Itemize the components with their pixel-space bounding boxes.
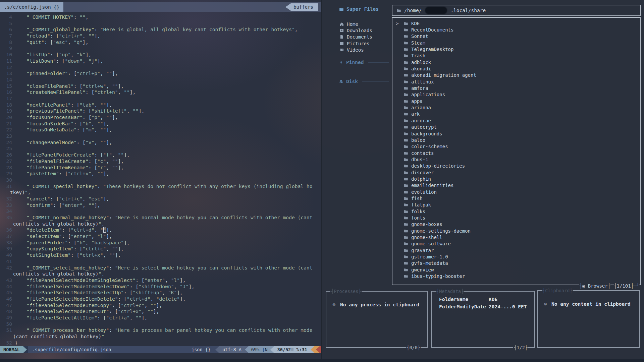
file-row[interactable]: flatpak bbox=[392, 202, 640, 208]
code-text: "focusOnMetaData": ["m", ""], bbox=[15, 127, 112, 133]
code-text: "changePanelMode": ["v", ""], bbox=[15, 139, 112, 146]
folder-icon bbox=[404, 86, 408, 90]
app-title: Super Files bbox=[339, 6, 379, 12]
file-row[interactable]: TelegramDesktop bbox=[392, 46, 640, 52]
file-row[interactable]: gvfs-metadata bbox=[392, 260, 640, 266]
file-row[interactable]: applications bbox=[392, 92, 640, 98]
line-number: 40 bbox=[0, 252, 12, 258]
powerline-separator bbox=[215, 346, 219, 353]
file-row[interactable]: autocrypt bbox=[392, 124, 640, 130]
folder-icon bbox=[404, 112, 408, 116]
powerline-separator bbox=[311, 346, 314, 353]
file-row[interactable]: arianna bbox=[392, 104, 640, 111]
file-row[interactable]: gnome-shell bbox=[392, 234, 640, 240]
file-row[interactable]: color-schemes bbox=[392, 143, 640, 150]
tab-config-json[interactable]: .s/c/config.json {} bbox=[0, 2, 63, 12]
file-row[interactable]: desktop-directories bbox=[392, 163, 640, 169]
picture-icon bbox=[340, 42, 344, 46]
file-row[interactable]: Trash bbox=[392, 53, 640, 59]
code-text: conflicts with global hotkey)", bbox=[10, 271, 104, 277]
file-row[interactable]: altlinux bbox=[392, 78, 640, 85]
file-row[interactable]: gnome-software bbox=[392, 241, 640, 247]
file-row[interactable]: dbus-1 bbox=[392, 156, 640, 163]
file-row[interactable]: aurorae bbox=[392, 117, 640, 124]
code-line: 12 bbox=[0, 64, 321, 71]
file-row[interactable]: amfora bbox=[392, 85, 640, 91]
file-row[interactable]: baloo bbox=[392, 137, 640, 143]
file-row[interactable]: gnome-settings-daemon bbox=[392, 228, 640, 234]
line-number: 50 bbox=[0, 321, 12, 327]
powerline-separator bbox=[316, 346, 320, 353]
file-row[interactable]: RecentDocuments bbox=[392, 26, 640, 33]
line-number: 31 bbox=[0, 183, 12, 190]
sidebar-item-pictures[interactable]: Pictures bbox=[340, 40, 372, 47]
file-name: altlinux bbox=[411, 79, 434, 84]
file-row[interactable]: contacts bbox=[392, 150, 640, 156]
sidebar-item-downloads[interactable]: Downloads bbox=[340, 27, 372, 34]
file-row[interactable]: apps bbox=[392, 98, 640, 104]
folder-icon bbox=[404, 255, 408, 259]
file-row[interactable]: akonadi bbox=[392, 65, 640, 72]
file-row[interactable]: adblock bbox=[392, 59, 640, 65]
code-text: "filePanelSelectModeItemCopy": ["ctrl+c"… bbox=[15, 302, 162, 309]
file-row[interactable]: dolphin bbox=[392, 176, 640, 182]
sidebar-item-documents[interactable]: Documents bbox=[340, 34, 372, 40]
file-row[interactable]: evolution bbox=[392, 189, 640, 195]
file-row[interactable]: Steam bbox=[392, 40, 640, 46]
panel-count-badge: ┤1/101├─┘ bbox=[614, 283, 639, 289]
file-row[interactable]: discover bbox=[392, 169, 640, 176]
line-number: 48 bbox=[0, 308, 12, 315]
folder-icon bbox=[404, 80, 408, 84]
file-name: gwenview bbox=[411, 267, 434, 273]
file-row[interactable]: ark bbox=[392, 111, 640, 117]
section-divider bbox=[362, 81, 389, 82]
code-text: "nextFilePanel": ["tab", ""], bbox=[15, 102, 112, 108]
file-row[interactable]: gstreamer-1.0 bbox=[392, 253, 640, 260]
line-number: 28 bbox=[0, 165, 12, 171]
file-row[interactable]: fish bbox=[392, 195, 640, 201]
folder-icon bbox=[404, 268, 408, 272]
file-list[interactable]: KDE RecentDocuments Sonnet bbox=[392, 17, 641, 285]
file-row[interactable]: ibus-typing-booster bbox=[392, 273, 640, 279]
code-text: tkey)", bbox=[10, 189, 31, 196]
file-row[interactable]: Sonnet bbox=[392, 33, 640, 40]
file-row[interactable]: gnome-boxes bbox=[392, 221, 640, 228]
code-area[interactable]: 4 "_COMMIT_HOTKEY": "", 5 6 "_COMMIT_glo… bbox=[0, 14, 321, 346]
encoding-indicator: utf-8 ∆ bbox=[219, 346, 245, 353]
file-row[interactable]: gwenview bbox=[392, 266, 640, 273]
code-line: 30 bbox=[0, 177, 321, 183]
file-row[interactable]: KDE bbox=[392, 20, 640, 26]
line-number: 33 bbox=[0, 202, 12, 208]
file-row[interactable]: akonadi_migration_agent bbox=[392, 72, 640, 78]
file-row[interactable]: emailidentities bbox=[392, 182, 640, 189]
code-line: 38 "parentFolder": ["h", "backspace"], bbox=[0, 240, 321, 246]
file-name: arianna bbox=[411, 105, 431, 110]
file-row[interactable]: backgrounds bbox=[392, 130, 640, 137]
folder-icon bbox=[404, 164, 408, 168]
file-name: fonts bbox=[411, 215, 425, 221]
code-line: 51 "_COMMIT_process_bar_hotkey": "Here i… bbox=[0, 327, 321, 334]
code-text: "_COMMIT_global_hotkey": "Here is global… bbox=[15, 26, 298, 33]
sidebar-item-home[interactable]: Home bbox=[340, 21, 372, 27]
code-line: 6 "_COMMIT_global_hotkey": "Here is glob… bbox=[0, 26, 321, 33]
folder-icon bbox=[404, 93, 408, 97]
folder-icon bbox=[404, 67, 408, 71]
file-row[interactable]: gravatar bbox=[392, 247, 640, 253]
code-line: 23 bbox=[0, 133, 321, 139]
path-bar[interactable]: /home/ .local/share bbox=[392, 5, 641, 16]
file-row[interactable]: fonts bbox=[392, 215, 640, 221]
code-line: 24 "changePanelMode": ["v", ""], bbox=[0, 139, 321, 146]
buffers-indicator: buffers bbox=[285, 3, 318, 11]
file-name: flatpak bbox=[411, 202, 431, 207]
folder-icon bbox=[404, 60, 408, 64]
code-line: 5 bbox=[0, 20, 321, 27]
file-name: gstreamer-1.0 bbox=[411, 254, 448, 259]
file-row[interactable]: folks bbox=[392, 208, 640, 215]
metadata-key: FolderModifyDate bbox=[439, 303, 489, 310]
sidebar-item-videos[interactable]: Videos bbox=[340, 47, 372, 53]
file-panel-footer: ┤◉ Browser├ ┤1/101├─┘ bbox=[579, 283, 639, 289]
code-line: 49 "filePanelSelectAllItem": ["ctrl+a", … bbox=[0, 315, 321, 321]
path-suffix: .local/share bbox=[450, 8, 486, 13]
folder-icon bbox=[404, 261, 408, 265]
code-line: 45 "filePanelSelectModeItemSelectUp": ["… bbox=[0, 290, 321, 296]
